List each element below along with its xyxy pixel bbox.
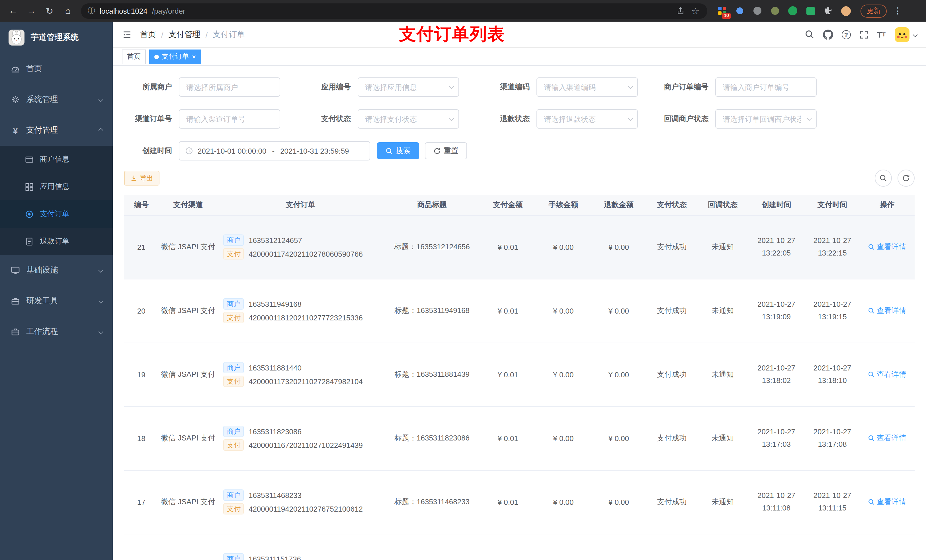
refresh-icon — [433, 147, 441, 154]
user-menu[interactable] — [894, 26, 917, 42]
channel-order-no-input[interactable] — [179, 109, 280, 128]
refresh-table-icon[interactable] — [897, 170, 915, 187]
export-button[interactable]: 导出 — [124, 171, 159, 186]
filter-row-3: 创建时间 2021-10-01 00:00:00 - 2021-10-31 23… — [124, 141, 915, 160]
sidebar-item-merchant-info[interactable]: 商户信息 — [0, 146, 113, 173]
cell-refund-amount — [592, 534, 646, 560]
document-icon — [24, 237, 34, 246]
help-icon[interactable]: ? — [841, 30, 850, 39]
cell-pay-order: 商户 1635311468233 支付 42000011942021102767… — [218, 470, 384, 534]
sidebar-item-pay-order[interactable]: 支付订单 — [0, 200, 113, 228]
search-button[interactable]: 搜索 — [377, 142, 419, 159]
topbar-actions: ? TT — [804, 26, 917, 42]
tab-pay-order[interactable]: 支付订单 × — [149, 49, 201, 64]
merchant-order-no-input[interactable] — [715, 77, 817, 97]
channel-code-select[interactable] — [536, 77, 638, 97]
extensions-puzzle-icon[interactable] — [822, 5, 834, 17]
cell-notify-status: 未通知 — [698, 343, 748, 406]
cell-refund-amount: ¥ 0.00 — [592, 470, 646, 534]
reload-icon[interactable]: ↻ — [42, 3, 57, 18]
col-notify: 回调状态 — [698, 195, 748, 215]
sidebar-item-infra[interactable]: 基础设施 — [0, 255, 113, 286]
font-size-icon[interactable]: TT — [877, 30, 885, 39]
chevron-up-icon — [98, 128, 103, 133]
view-detail-label: 查看详情 — [877, 433, 906, 443]
chevron-down-icon — [913, 32, 918, 37]
cell-product-title: 标题：1635312124656 — [384, 215, 481, 279]
breadcrumb-pay[interactable]: 支付管理 — [169, 29, 200, 39]
tab-home[interactable]: 首页 — [122, 49, 146, 64]
extension-icon-4[interactable] — [769, 5, 781, 17]
breadcrumb-home[interactable]: 首页 — [140, 29, 156, 39]
table-toolbar: 导出 — [124, 170, 915, 187]
cell-fee-amount: ¥ 0.00 — [535, 279, 592, 343]
create-time-range-picker[interactable]: 2021-10-01 00:00:00 - 2021-10-31 23:59:5… — [179, 141, 370, 160]
github-icon[interactable] — [823, 29, 833, 39]
sidebar-item-app-info[interactable]: 应用信息 — [0, 173, 113, 200]
merchant-input[interactable] — [179, 77, 280, 97]
field-label-channel-order-no: 渠道订单号 — [124, 114, 179, 124]
sidebar-item-home[interactable]: 首页 — [0, 53, 113, 84]
sidebar-item-pay[interactable]: ¥ 支付管理 — [0, 115, 113, 146]
table-row[interactable]: 18 微信 JSAPI 支付 商户 1635311823086 支付 42000… — [124, 406, 915, 470]
share-icon[interactable] — [675, 6, 686, 16]
table-row[interactable]: 17 微信 JSAPI 支付 商户 1635311468233 支付 42000… — [124, 470, 915, 534]
close-icon[interactable]: × — [192, 53, 196, 60]
table-body: 21 微信 JSAPI 支付 商户 1635312124657 支付 42000… — [124, 215, 915, 560]
pay-status-select[interactable] — [358, 109, 459, 128]
dashboard-icon — [10, 64, 21, 73]
extension-icon-6[interactable] — [805, 5, 816, 17]
extension-icon-2[interactable] — [734, 5, 746, 17]
view-detail-link[interactable]: 查看详情 — [868, 369, 906, 380]
forward-icon[interactable]: → — [24, 3, 39, 18]
gear-icon — [10, 95, 21, 104]
cell-pay-amount: ¥ 0.01 — [481, 343, 536, 406]
right-toolbar — [875, 170, 915, 187]
extension-icon-3[interactable] — [752, 5, 763, 17]
profile-avatar-icon[interactable] — [840, 5, 851, 17]
sidebar-item-workflow[interactable]: 工作流程 — [0, 316, 113, 347]
bookmark-star-icon[interactable]: ☆ — [690, 6, 701, 16]
sidebar-item-devtools[interactable]: 研发工具 — [0, 286, 113, 316]
table-row[interactable]: 20 微信 JSAPI 支付 商户 1635311949168 支付 42000… — [124, 279, 915, 343]
table-row[interactable]: 19 微信 JSAPI 支付 商户 1635311881440 支付 42000… — [124, 343, 915, 406]
filter-row-1: 所属商户 应用编号 渠道编码 商户订单编号 — [124, 77, 915, 97]
logo-avatar — [8, 29, 25, 46]
field-label-refund-status: 退款状态 — [482, 114, 536, 124]
app-no-select[interactable] — [358, 77, 459, 97]
cell-pay-status: 支付成功 — [646, 215, 698, 279]
table-row[interactable]: 21 微信 JSAPI 支付 商户 1635312124657 支付 42000… — [124, 215, 915, 279]
toggle-search-icon[interactable] — [875, 170, 892, 187]
clock-icon — [185, 147, 193, 155]
view-detail-link[interactable]: 查看详情 — [868, 306, 906, 316]
page-title-annotation: 支付订单列表 — [399, 23, 505, 46]
field-label-channel-code: 渠道编码 — [482, 82, 536, 92]
home-icon[interactable]: ⌂ — [61, 3, 75, 18]
back-icon[interactable]: ← — [6, 3, 21, 18]
cell-fee-amount: ¥ 0.00 — [535, 215, 592, 279]
sidebar-item-system[interactable]: 系统管理 — [0, 84, 113, 115]
cell-refund-amount: ¥ 0.00 — [592, 343, 646, 406]
view-detail-link[interactable]: 查看详情 — [868, 242, 906, 252]
extension-icon-5[interactable] — [787, 5, 799, 17]
browser-menu-icon[interactable]: ⋮ — [890, 6, 905, 16]
view-detail-link[interactable]: 查看详情 — [868, 497, 906, 507]
cell-order-no: 18 — [124, 406, 158, 470]
view-detail-link[interactable]: 查看详情 — [868, 433, 906, 443]
field-label-pay-status: 支付状态 — [303, 114, 358, 124]
browser-update-button[interactable]: 更新 — [861, 4, 887, 17]
table-row[interactable]: 商户 1635311151736 — [124, 534, 915, 560]
sidebar-fold-icon[interactable] — [122, 29, 132, 39]
refund-status-select[interactable] — [536, 109, 638, 128]
site-info-icon[interactable]: ⓘ — [88, 6, 95, 16]
sidebar-item-refund-order[interactable]: 退款订单 — [0, 228, 113, 255]
search-icon — [386, 147, 393, 154]
pay-submenu: 商户信息 应用信息 支付订单 — [0, 146, 113, 255]
cell-pay-channel: 微信 JSAPI 支付 — [158, 406, 218, 470]
notify-status-select[interactable] — [715, 109, 817, 128]
fullscreen-icon[interactable] — [859, 30, 868, 39]
reset-button[interactable]: 重置 — [425, 142, 467, 159]
search-icon[interactable] — [804, 30, 814, 39]
extension-icon-1[interactable]: 10 — [716, 5, 728, 17]
address-bar[interactable]: ⓘ localhost:1024/pay/order ☆ — [81, 3, 707, 18]
